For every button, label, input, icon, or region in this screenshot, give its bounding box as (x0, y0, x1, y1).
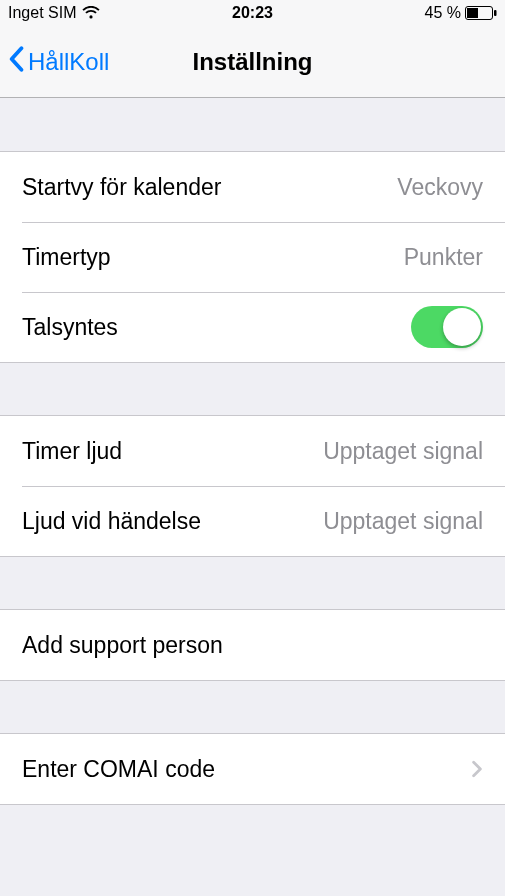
group-spacer (0, 557, 505, 609)
row-timer-type[interactable]: Timertyp Punkter (0, 222, 505, 292)
settings-group-2: Timer ljud Upptaget signal Ljud vid händ… (0, 415, 505, 557)
cell-label: Add support person (22, 632, 223, 659)
wifi-icon (82, 6, 100, 20)
back-label: HållKoll (28, 48, 109, 76)
chevron-right-icon (471, 760, 483, 778)
talsyntes-switch[interactable] (411, 306, 483, 348)
svg-rect-2 (494, 10, 497, 16)
group-spacer (0, 98, 505, 151)
battery-icon (465, 6, 497, 20)
group-spacer (0, 681, 505, 733)
status-time: 20:23 (232, 4, 273, 22)
cell-value: Veckovy (397, 174, 483, 201)
settings-group-4: Enter COMAI code (0, 733, 505, 805)
cell-label: Startvy för kalender (22, 174, 221, 201)
cell-value: Upptaget signal (323, 438, 483, 465)
row-calendar-startview[interactable]: Startvy för kalender Veckovy (0, 152, 505, 222)
back-button[interactable]: HållKoll (0, 46, 109, 78)
row-add-support-person[interactable]: Add support person (0, 610, 505, 680)
carrier-text: Inget SIM (8, 4, 76, 22)
cell-label: Timertyp (22, 244, 111, 271)
status-right: 45 % (425, 4, 497, 22)
cell-label: Timer ljud (22, 438, 122, 465)
battery-text: 45 % (425, 4, 461, 22)
status-left: Inget SIM (8, 4, 100, 22)
row-enter-comai-code[interactable]: Enter COMAI code (0, 734, 505, 804)
settings-group-1: Startvy för kalender Veckovy Timertyp Pu… (0, 151, 505, 363)
row-timer-sound[interactable]: Timer ljud Upptaget signal (0, 416, 505, 486)
cell-label: Talsyntes (22, 314, 118, 341)
cell-label: Ljud vid händelse (22, 508, 201, 535)
status-bar: Inget SIM 20:23 45 % (0, 0, 505, 26)
cell-value: Upptaget signal (323, 508, 483, 535)
cell-label: Enter COMAI code (22, 756, 215, 783)
group-spacer (0, 363, 505, 415)
row-event-sound[interactable]: Ljud vid händelse Upptaget signal (0, 486, 505, 556)
row-talsyntes: Talsyntes (0, 292, 505, 362)
settings-group-3: Add support person (0, 609, 505, 681)
page-title: Inställning (193, 48, 313, 76)
nav-bar: HållKoll Inställning (0, 26, 505, 98)
svg-rect-1 (467, 8, 478, 18)
chevron-left-icon (8, 46, 24, 78)
cell-value: Punkter (404, 244, 483, 271)
switch-knob (443, 308, 481, 346)
